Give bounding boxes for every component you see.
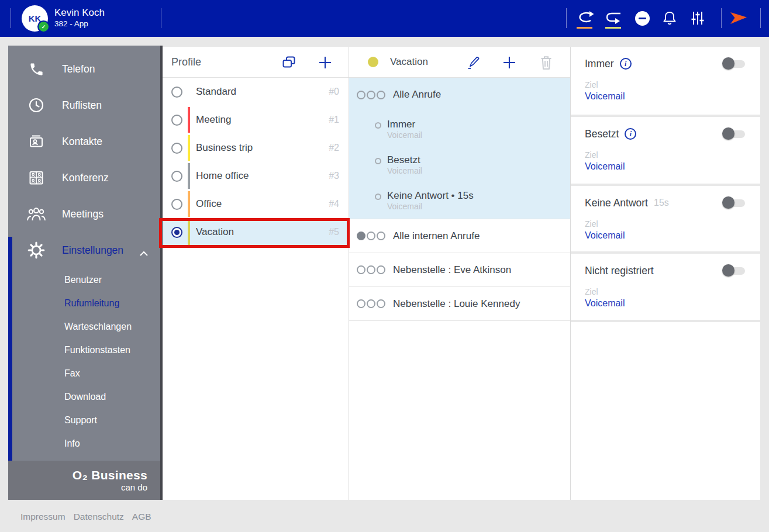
card-title: Immer: [585, 58, 614, 70]
rules-list-end: [349, 320, 570, 321]
profile-label: Office: [196, 198, 222, 210]
subitem-label: Warteschlangen: [64, 322, 132, 332]
voicemail-link[interactable]: Voicemail: [585, 161, 625, 172]
card-title: Nicht registriert: [585, 265, 654, 277]
toggle-nicht-registriert[interactable]: [722, 264, 745, 277]
topbar: KK ✓ Kevin Koch 382 - App: [0, 0, 769, 37]
internal-calls-icon: [357, 232, 385, 240]
condition-target: Voicemail: [387, 202, 474, 212]
do-not-disturb-icon[interactable]: [632, 9, 652, 27]
radio-button[interactable]: [171, 171, 182, 182]
sidebar-item-label: Meetings: [62, 208, 104, 220]
sidebar-subitem-funktionstasten[interactable]: Funktionstasten: [8, 338, 160, 362]
toggle-keine-antwort[interactable]: [722, 196, 745, 209]
sidebar-subitem-warteschlangen[interactable]: Warteschlangen: [8, 315, 160, 338]
sidebar-subitem-support[interactable]: Support: [8, 409, 160, 432]
clock-icon: [26, 96, 47, 115]
footer-link-impressum[interactable]: Impressum: [20, 512, 65, 522]
info-icon[interactable]: i: [625, 128, 636, 140]
rule-label: Alle internen Anrufe: [393, 230, 480, 242]
sidebar-subitem-benutzer[interactable]: Benutzer: [8, 268, 160, 292]
profile-color-bar: [188, 163, 190, 189]
sidebar-item-ruflisten[interactable]: Ruflisten: [8, 87, 160, 123]
o2-business-logo: O₂ Business can do: [8, 461, 160, 500]
sync-underline: [577, 27, 592, 29]
profile-color-bar: [188, 135, 190, 161]
profile-number: #4: [329, 199, 339, 209]
sidebar-subitem-info[interactable]: Info: [8, 432, 160, 455]
radio-button-selected[interactable]: [171, 227, 182, 238]
sidebar-subitem-download[interactable]: Download: [8, 385, 160, 409]
card-title: Besetzt: [585, 128, 619, 140]
rule-condition-immer[interactable]: Immer Voicemail: [349, 112, 570, 147]
profile-label: Standard: [196, 86, 236, 98]
rule-row-nebenstelle-louie-kennedy[interactable]: Nebenstelle : Louie Kennedy: [349, 286, 570, 320]
sync-icon[interactable]: [575, 9, 595, 27]
extension-icon: [357, 299, 385, 308]
contact-card-icon: [26, 132, 47, 151]
avatar[interactable]: KK ✓: [22, 5, 48, 32]
column-divider: [570, 47, 571, 500]
all-calls-icon: [357, 91, 385, 99]
profile-row-vacation[interactable]: Vacation #5: [163, 218, 349, 246]
sidebar-item-meetings[interactable]: Meetings: [8, 196, 160, 232]
sidebar-item-label: Einstellungen: [62, 244, 123, 257]
voicemail-link[interactable]: Voicemail: [585, 298, 625, 309]
radio-button[interactable]: [171, 143, 182, 154]
rule-label: Nebenstelle : Eve Atkinson: [393, 264, 511, 276]
profile-row-standard[interactable]: Standard #0: [163, 78, 349, 106]
rules-panel: Vacation Alle Anrufe Imm: [349, 47, 570, 500]
subitem-label: Info: [64, 438, 80, 449]
subitem-label: Fax: [64, 368, 80, 379]
sidebar-item-kontakte[interactable]: Kontakte: [8, 123, 160, 160]
forward-icon[interactable]: [604, 9, 623, 27]
forward-underline: [605, 27, 621, 29]
edit-profile-icon[interactable]: [465, 54, 481, 71]
add-profile-icon[interactable]: [317, 54, 333, 71]
voicemail-link[interactable]: Voicemail: [585, 230, 625, 241]
condition-bullet-icon: [375, 194, 381, 200]
user-extension: 382 - App: [54, 19, 105, 29]
profile-label: Vacation: [196, 226, 234, 238]
footer-link-datenschutz[interactable]: Datenschutz: [74, 512, 124, 522]
sidebar-subitem-fax[interactable]: Fax: [8, 362, 160, 385]
toggle-immer[interactable]: [722, 57, 745, 70]
send-icon[interactable]: [729, 9, 749, 27]
sidebar-item-konferenz[interactable]: Konferenz: [8, 160, 160, 196]
profiles-title: Profile: [171, 56, 201, 68]
toggle-besetzt[interactable]: [722, 127, 745, 140]
profile-row-office[interactable]: Office #4: [163, 190, 349, 218]
condition-bullet-icon: [375, 122, 381, 129]
radio-button[interactable]: [171, 115, 182, 126]
radio-button[interactable]: [171, 87, 182, 98]
delete-profile-icon[interactable]: [538, 54, 554, 71]
profile-row-meeting[interactable]: Meeting #1: [163, 106, 349, 134]
profiles-header: Profile: [163, 47, 349, 78]
profile-color-bar: [188, 107, 190, 133]
rule-row-alle-internen-anrufe[interactable]: Alle internen Anrufe: [349, 219, 570, 253]
sidebar-item-telefon[interactable]: Telefon: [8, 51, 160, 87]
sidebar-subitem-rufumleitung[interactable]: Rufumleitung: [8, 292, 160, 315]
copy-profile-icon[interactable]: [281, 54, 297, 71]
footer-link-agb[interactable]: AGB: [132, 512, 151, 522]
voicemail-link[interactable]: Voicemail: [585, 91, 625, 102]
info-icon[interactable]: i: [620, 58, 632, 70]
profile-row-home-office[interactable]: Home office #3: [163, 162, 349, 190]
bell-icon[interactable]: [660, 9, 680, 27]
profile-number: #5: [329, 227, 339, 237]
profile-number: #1: [329, 115, 339, 125]
sliders-icon[interactable]: [688, 9, 708, 27]
rule-condition-besetzt[interactable]: Besetzt Voicemail: [349, 147, 570, 183]
radio-button[interactable]: [171, 199, 182, 210]
profile-label: Meeting: [196, 114, 231, 126]
rule-condition-keine-antwort[interactable]: Keine Antwort • 15s Voicemail: [349, 183, 570, 219]
topbar-divider: [760, 8, 761, 28]
people-icon: [26, 205, 47, 223]
target-label: Ziel: [585, 287, 745, 296]
add-rule-icon[interactable]: [501, 54, 518, 71]
rule-row-alle-anrufe[interactable]: Alle Anrufe: [349, 78, 570, 112]
sidebar-item-einstellungen[interactable]: Einstellungen: [8, 232, 160, 268]
profile-row-business-trip[interactable]: Business trip #2: [163, 134, 349, 162]
rule-row-nebenstelle-eve-atkinson[interactable]: Nebenstelle : Eve Atkinson: [349, 253, 570, 286]
topbar-divider: [721, 8, 722, 28]
